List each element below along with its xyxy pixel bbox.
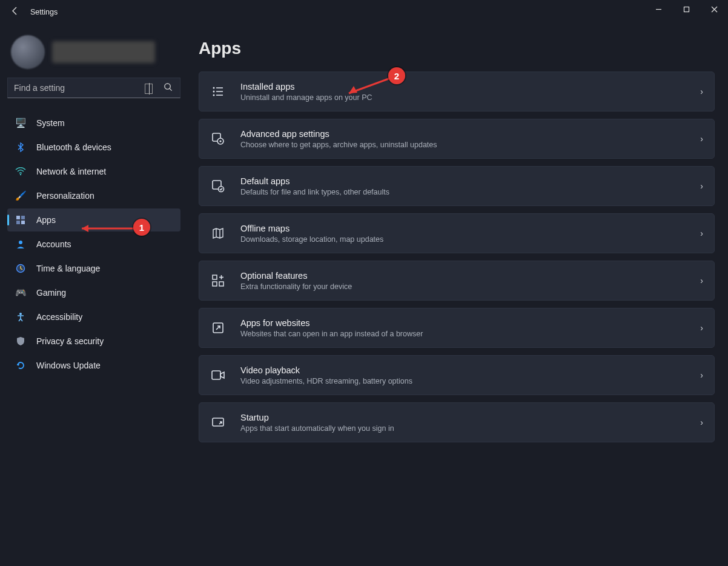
clock-icon bbox=[15, 262, 27, 275]
svg-rect-1 bbox=[684, 7, 689, 12]
sidebar-item-label: System bbox=[36, 118, 65, 128]
sidebar-item-label: Accounts bbox=[36, 239, 71, 249]
sidebar-item-label: Network & internet bbox=[36, 167, 106, 176]
card-desc: Uninstall and manage apps on your PC bbox=[240, 93, 700, 102]
chevron-right-icon: › bbox=[700, 370, 703, 380]
sidebar-item-system[interactable]: 🖥️ System bbox=[7, 112, 180, 135]
card-apps-for-websites[interactable]: Apps for websites Websites that can open… bbox=[199, 308, 715, 348]
close-button[interactable] bbox=[700, 0, 728, 18]
chevron-right-icon: › bbox=[700, 228, 703, 238]
annotation-arrow-1 bbox=[73, 222, 139, 237]
update-icon bbox=[15, 359, 27, 371]
chevron-right-icon: › bbox=[700, 181, 703, 191]
sidebar-item-windows-update[interactable]: Windows Update bbox=[7, 354, 180, 377]
paintbrush-icon: 🖌️ bbox=[15, 190, 27, 202]
open-external-icon bbox=[208, 318, 228, 338]
svg-point-21 bbox=[213, 95, 215, 96]
card-offline-maps[interactable]: Offline maps Downloads, storage location… bbox=[199, 213, 715, 253]
svg-rect-30 bbox=[219, 282, 223, 286]
sidebar-item-personalization[interactable]: 🖌️ Personalization bbox=[7, 184, 180, 207]
svg-point-17 bbox=[213, 87, 215, 89]
svg-rect-10 bbox=[21, 221, 25, 224]
sidebar-item-label: Time & language bbox=[36, 264, 100, 273]
annotation-badge-2: 2 bbox=[388, 67, 405, 84]
chevron-right-icon: › bbox=[700, 87, 703, 96]
card-title: Startup bbox=[240, 413, 700, 422]
titlebar: Settings bbox=[0, 0, 728, 24]
card-desc: Choose where to get apps, archive apps, … bbox=[240, 141, 700, 149]
sidebar-item-label: Bluetooth & devices bbox=[36, 142, 111, 152]
card-installed-apps[interactable]: Installed apps Uninstall and manage apps… bbox=[199, 72, 715, 112]
person-icon bbox=[15, 238, 27, 250]
svg-point-11 bbox=[19, 241, 22, 244]
map-icon bbox=[208, 223, 228, 244]
account-name-blurred bbox=[52, 41, 155, 63]
card-optional-features[interactable]: Optional features Extra functionality fo… bbox=[199, 261, 715, 301]
startup-icon bbox=[208, 412, 228, 433]
annotation-badge-1: 1 bbox=[133, 219, 150, 236]
search-box[interactable] bbox=[7, 78, 180, 98]
sidebar-item-time-language[interactable]: Time & language bbox=[7, 257, 180, 280]
sidebar-item-accessibility[interactable]: Accessibility bbox=[7, 305, 180, 328]
svg-rect-34 bbox=[212, 371, 220, 379]
svg-rect-9 bbox=[16, 221, 20, 224]
search-input[interactable] bbox=[14, 83, 161, 93]
chevron-right-icon: › bbox=[700, 323, 703, 333]
gamepad-icon: 🎮 bbox=[15, 287, 27, 299]
account-header[interactable] bbox=[7, 30, 180, 74]
sidebar: 🖥️ System Bluetooth & devices Network & … bbox=[0, 24, 188, 566]
svg-rect-7 bbox=[16, 216, 20, 219]
card-default-apps[interactable]: Default apps Defaults for file and link … bbox=[199, 166, 715, 206]
card-title: Video playback bbox=[240, 365, 700, 375]
card-title: Installed apps bbox=[240, 82, 700, 92]
apps-icon bbox=[15, 214, 27, 226]
card-title: Offline maps bbox=[240, 224, 700, 233]
card-title: Advanced app settings bbox=[240, 129, 700, 139]
svg-line-5 bbox=[170, 88, 171, 90]
avatar bbox=[11, 35, 45, 69]
minimize-button[interactable] bbox=[644, 0, 672, 18]
sidebar-item-bluetooth[interactable]: Bluetooth & devices bbox=[7, 136, 180, 159]
card-advanced-app-settings[interactable]: Advanced app settings Choose where to ge… bbox=[199, 119, 715, 159]
wifi-icon bbox=[15, 165, 27, 178]
card-title: Apps for websites bbox=[240, 318, 700, 328]
card-title: Optional features bbox=[240, 271, 700, 281]
system-icon: 🖥️ bbox=[15, 117, 27, 129]
svg-point-6 bbox=[20, 174, 21, 175]
sidebar-item-privacy[interactable]: Privacy & security bbox=[7, 330, 180, 353]
card-desc: Defaults for file and link types, other … bbox=[240, 188, 700, 196]
annotation-arrow-2 bbox=[340, 74, 395, 101]
svg-point-19 bbox=[213, 91, 215, 93]
accessibility-icon bbox=[15, 311, 27, 323]
main-content: Apps Installed apps Uninstall and manage… bbox=[188, 24, 728, 566]
page-title: Apps bbox=[199, 39, 715, 58]
svg-point-15 bbox=[19, 313, 22, 315]
nav: 🖥️ System Bluetooth & devices Network & … bbox=[7, 112, 180, 377]
chevron-right-icon: › bbox=[700, 276, 703, 285]
sidebar-item-label: Apps bbox=[36, 215, 56, 225]
sidebar-item-label: Personalization bbox=[36, 191, 94, 201]
maximize-button[interactable] bbox=[672, 0, 700, 18]
app-gear-icon bbox=[208, 128, 228, 149]
card-desc: Video adjustments, HDR streaming, batter… bbox=[240, 377, 700, 385]
svg-rect-29 bbox=[213, 282, 217, 286]
chevron-right-icon: › bbox=[700, 134, 703, 144]
svg-rect-8 bbox=[21, 216, 25, 219]
svg-rect-28 bbox=[213, 275, 217, 279]
shield-icon bbox=[15, 335, 27, 347]
list-icon bbox=[208, 81, 228, 102]
window-title: Settings bbox=[30, 8, 58, 16]
card-startup[interactable]: Startup Apps that start automatically wh… bbox=[199, 402, 715, 442]
sidebar-item-label: Accessibility bbox=[36, 312, 82, 322]
card-video-playback[interactable]: Video playback Video adjustments, HDR st… bbox=[199, 355, 715, 395]
grid-plus-icon bbox=[208, 270, 228, 291]
back-button[interactable] bbox=[6, 6, 24, 18]
card-desc: Downloads, storage location, map updates bbox=[240, 235, 700, 244]
card-desc: Apps that start automatically when you s… bbox=[240, 424, 700, 433]
sidebar-item-gaming[interactable]: 🎮 Gaming bbox=[7, 281, 180, 304]
sidebar-item-network[interactable]: Network & internet bbox=[7, 160, 180, 183]
chevron-right-icon: › bbox=[700, 418, 703, 427]
default-apps-icon bbox=[208, 176, 228, 196]
sidebar-item-label: Gaming bbox=[36, 288, 66, 298]
search-icon[interactable] bbox=[161, 82, 175, 93]
